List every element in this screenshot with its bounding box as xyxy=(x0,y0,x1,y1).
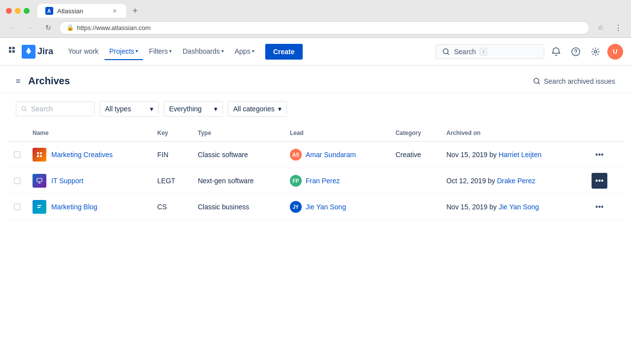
project-name-cell-mc: Marketing Creatives xyxy=(27,142,151,168)
jira-logo[interactable]: Jira xyxy=(22,45,53,59)
project-type-mc: Classic software xyxy=(192,142,284,168)
create-button[interactable]: Create xyxy=(265,44,303,60)
categories-filter-select[interactable]: All categories xyxy=(233,105,275,113)
new-tab-button[interactable]: + xyxy=(128,4,142,18)
nav-your-work[interactable]: Your work xyxy=(63,43,104,60)
user-avatar[interactable]: U xyxy=(607,44,623,60)
project-icon-it xyxy=(33,174,46,188)
lock-icon: 🔒 xyxy=(67,24,74,31)
project-icon-mc xyxy=(33,148,46,162)
everything-filter-dropdown[interactable]: Everything ▾ xyxy=(164,101,223,117)
chevron-down-icon: ▾ xyxy=(150,105,153,113)
col-lead: Lead xyxy=(284,125,389,142)
help-button[interactable] xyxy=(568,44,584,60)
col-actions xyxy=(586,125,623,142)
project-name-cell-it: IT Support xyxy=(27,168,151,194)
category-it xyxy=(389,168,440,194)
svg-rect-2 xyxy=(9,47,11,49)
lead-cell-mb: JY Jie Yan Song xyxy=(284,194,389,220)
actions-cell-mb: ••• xyxy=(586,194,623,220)
table-row: IT Support LEGT Next-gen software FP Fra… xyxy=(8,168,623,194)
project-type-mb: Classic business xyxy=(192,194,284,220)
reload-button[interactable]: ↻ xyxy=(41,21,55,34)
col-name: Name xyxy=(27,125,151,142)
nav-dashboards[interactable]: Dashboards ▾ xyxy=(177,43,229,60)
search-input[interactable] xyxy=(31,105,89,113)
type-filter-dropdown[interactable]: All types ▾ xyxy=(100,101,159,117)
browser-title-bar: A Atlassian ✕ + xyxy=(0,0,631,18)
minimize-window-button[interactable] xyxy=(15,8,21,14)
archives-table-container: Name Key Type Lead Category Archived on xyxy=(0,125,631,220)
search-filter-input[interactable] xyxy=(16,101,95,116)
project-icon-mb xyxy=(33,200,46,214)
tab-close-button[interactable]: ✕ xyxy=(110,7,118,15)
browser-chrome: A Atlassian ✕ + ← → ↻ 🔒 https://www.atla… xyxy=(0,0,631,38)
tab-bar: A Atlassian ✕ + xyxy=(37,4,142,18)
main-nav: Your work Projects ▾ Filters ▾ Dashboard… xyxy=(63,43,259,60)
select-all-header xyxy=(8,125,27,142)
svg-rect-12 xyxy=(37,178,42,182)
page-title: Archives xyxy=(28,75,70,87)
more-actions-button-mc[interactable]: ••• xyxy=(592,147,607,163)
browser-menu-button[interactable]: ⋮ xyxy=(611,21,625,34)
url-text: https://www.atlassian.com xyxy=(77,24,151,32)
row-checkbox-mc[interactable] xyxy=(8,142,27,168)
svg-point-9 xyxy=(595,50,597,53)
row-checkbox-it[interactable] xyxy=(8,168,27,194)
project-name-link-mc[interactable]: Marketing Creatives xyxy=(51,151,113,159)
forward-button[interactable]: → xyxy=(24,21,37,34)
archived-on-mc: Nov 15, 2019 by Harriet Leijten xyxy=(441,142,586,168)
lead-cell-mc: AS Amar Sundaram xyxy=(284,142,389,168)
actions-cell-it: ••• xyxy=(586,168,623,194)
lead-name-it[interactable]: Fran Perez xyxy=(306,177,340,185)
search-archived-issues-button[interactable]: Search archived issues xyxy=(533,77,615,85)
archived-by-mc[interactable]: Harriet Leijten xyxy=(498,151,541,159)
project-name-cell-mb: Marketing Blog xyxy=(27,194,151,220)
grid-icon[interactable] xyxy=(8,46,18,57)
table-row: Marketing Blog CS Classic business JY Ji… xyxy=(8,194,623,220)
browser-tab[interactable]: A Atlassian ✕ xyxy=(37,4,126,18)
project-key-mc: FIN xyxy=(151,142,192,168)
bookmark-button[interactable]: ☆ xyxy=(594,21,607,34)
archives-title-area: ≡ Archives xyxy=(16,75,70,87)
page-content: ≡ Archives Search archived issues All ty… xyxy=(0,66,631,364)
more-actions-button-mb[interactable]: ••• xyxy=(592,199,607,215)
address-bar[interactable]: 🔒 https://www.atlassian.com xyxy=(59,21,590,34)
lead-avatar-mb: JY xyxy=(290,201,302,213)
archived-by-it[interactable]: Drake Perez xyxy=(497,177,535,185)
archives-table: Name Key Type Lead Category Archived on xyxy=(8,125,623,220)
search-shortcut-kbd: / xyxy=(480,48,487,56)
chevron-down-icon: ▾ xyxy=(214,105,217,113)
chevron-down-icon: ▾ xyxy=(136,48,138,54)
jira-logo-mark xyxy=(22,45,35,59)
nav-projects[interactable]: Projects ▾ xyxy=(105,43,143,60)
nav-apps[interactable]: Apps ▾ xyxy=(230,43,259,60)
lead-name-mc[interactable]: Amar Sundaram xyxy=(306,151,356,159)
archived-by-mb[interactable]: Jie Yan Song xyxy=(498,203,539,211)
search-archived-label: Search archived issues xyxy=(544,77,615,85)
archived-on-mb: Nov 15, 2019 by Jie Yan Song xyxy=(441,194,586,220)
sidebar-toggle-button[interactable]: ≡ xyxy=(16,77,20,86)
svg-rect-3 xyxy=(12,47,15,49)
lead-name-mb[interactable]: Jie Yan Song xyxy=(306,203,346,211)
notifications-button[interactable] xyxy=(548,44,564,60)
nav-filters[interactable]: Filters ▾ xyxy=(144,43,176,60)
more-actions-button-it[interactable]: ••• xyxy=(592,173,607,189)
project-name-link-mb[interactable]: Marketing Blog xyxy=(51,203,97,211)
archives-header: ≡ Archives Search archived issues xyxy=(0,66,631,93)
settings-button[interactable] xyxy=(588,44,603,60)
tab-title: Atlassian xyxy=(57,7,83,15)
global-search-bar[interactable]: Search / xyxy=(436,44,544,59)
close-window-button[interactable] xyxy=(6,8,12,14)
categories-filter-dropdown[interactable]: All categories ▾ xyxy=(228,101,287,117)
atlassian-favicon-icon: A xyxy=(45,7,53,15)
everything-filter-select[interactable]: Everything xyxy=(169,105,211,113)
maximize-window-button[interactable] xyxy=(24,8,30,14)
table-header-row: Name Key Type Lead Category Archived on xyxy=(8,125,623,142)
table-row: Marketing Creatives FIN Classic software… xyxy=(8,142,623,168)
project-name-link-it[interactable]: IT Support xyxy=(51,177,83,185)
back-button[interactable]: ← xyxy=(6,21,20,34)
row-checkbox-mb[interactable] xyxy=(8,194,27,220)
chevron-down-icon: ▾ xyxy=(169,48,172,54)
type-filter-select[interactable]: All types xyxy=(105,105,147,113)
